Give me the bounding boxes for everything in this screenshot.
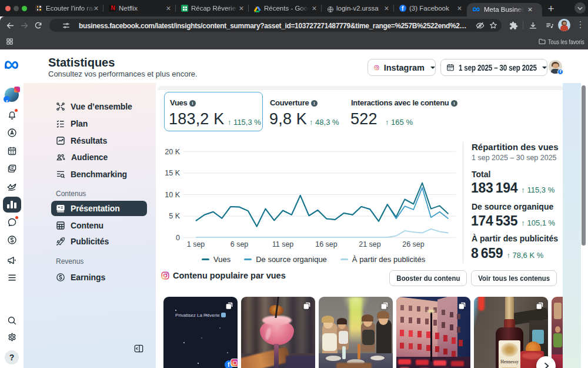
svg-text:6 sep: 6 sep xyxy=(230,240,249,248)
svg-text:26 sep: 26 sep xyxy=(402,240,425,248)
svg-text:0: 0 xyxy=(176,234,180,242)
svg-text:10 K: 10 K xyxy=(165,191,180,199)
svg-text:16 sep: 16 sep xyxy=(315,240,338,248)
svg-text:20 K: 20 K xyxy=(165,148,180,156)
svg-text:11 sep: 11 sep xyxy=(272,240,294,248)
svg-text:1 sep: 1 sep xyxy=(187,240,205,248)
svg-text:15 K: 15 K xyxy=(165,169,180,177)
svg-text:5 K: 5 K xyxy=(169,212,180,220)
svg-text:21 sep: 21 sep xyxy=(359,240,381,248)
